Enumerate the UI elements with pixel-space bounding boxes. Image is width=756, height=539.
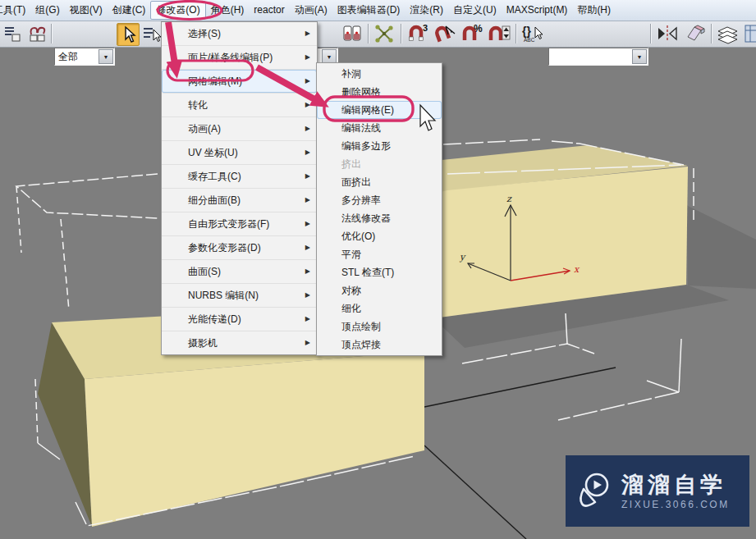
menu-item-label: 细分曲面(B) xyxy=(188,194,241,206)
svg-text:{}: {} xyxy=(522,25,531,38)
watermark-title: 溜溜自学 xyxy=(621,473,730,497)
menubar-item-10[interactable]: 渲染(R) xyxy=(405,1,448,20)
modifier-menu-item-14[interactable]: 摄影机▶ xyxy=(162,331,317,354)
menu-item-label: 平滑 xyxy=(341,249,361,260)
mesh-edit-item-5[interactable]: 编辑多边形 xyxy=(317,137,442,155)
modifier-menu-item-11[interactable]: 曲面(S)▶ xyxy=(162,260,317,284)
named-selection-combo[interactable]: ▼ xyxy=(548,48,648,66)
submenu-arrow-icon: ▶ xyxy=(305,165,310,188)
menubar-item-8[interactable]: 动画(A) xyxy=(290,1,332,20)
modifier-menu-item-2[interactable]: 面片/样条线编辑(P)▶ xyxy=(162,46,317,70)
align-icon[interactable] xyxy=(683,23,708,44)
menu-item-label: 挤出 xyxy=(341,158,361,170)
modifier-menu-item-7[interactable]: 缓存工具(C)▶ xyxy=(162,165,317,189)
menubar-item-1[interactable]: 工具(T) xyxy=(0,1,30,20)
submenu-arrow-icon: ▶ xyxy=(305,331,310,354)
submenu-arrow-icon: ▶ xyxy=(305,308,310,331)
mesh-edit-item-8[interactable]: 多分辨率 xyxy=(317,191,442,209)
spinner-snap-icon[interactable] xyxy=(487,23,511,44)
mirror-icon[interactable] xyxy=(655,23,680,44)
layer-manager-icon[interactable] xyxy=(716,23,740,44)
menu-item-label: 曲面(S) xyxy=(188,266,221,277)
menu-item-label: 面片/样条线编辑(P) xyxy=(188,52,273,63)
menubar-item-5[interactable]: 修改器(O) xyxy=(150,1,205,20)
modifier-menu-item-1[interactable]: 选择(S)▶ xyxy=(162,22,317,46)
unlink-selection-icon[interactable] xyxy=(26,23,48,44)
modifier-menu-item-9[interactable]: 自由形式变形器(F)▶ xyxy=(162,212,317,236)
modifier-menu-item-5[interactable]: 动画(A)▶ xyxy=(162,117,317,141)
modifier-menu-item-4[interactable]: 转化▶ xyxy=(162,94,317,117)
submenu-arrow-icon: ▶ xyxy=(305,189,310,212)
svg-text:%: % xyxy=(474,23,483,34)
menubar-item-4[interactable]: 创建(C) xyxy=(108,1,151,20)
mesh-edit-item-7[interactable]: 面挤出 xyxy=(317,173,442,191)
selection-filter-dropdown-arrow[interactable]: ▼ xyxy=(99,49,113,64)
mesh-edit-item-3[interactable]: 编辑网格(E) xyxy=(317,101,442,119)
select-object-button[interactable] xyxy=(117,23,140,46)
curve-editor-icon[interactable] xyxy=(744,23,756,44)
menu-item-label: 面挤出 xyxy=(341,176,371,188)
watermark-logo-icon xyxy=(575,471,613,512)
menubar-item-6[interactable]: 角色(H) xyxy=(206,1,250,20)
submenu-arrow-icon: ▶ xyxy=(305,117,310,140)
mesh-edit-item-6: 挤出 xyxy=(317,155,442,173)
menubar-item-3[interactable]: 视图(V) xyxy=(65,1,108,20)
named-selection-sets-icon[interactable]: {}ABC xyxy=(520,23,545,44)
menu-item-label: 多分辨率 xyxy=(341,194,381,206)
mesh-edit-item-4[interactable]: 编辑法线 xyxy=(317,119,442,137)
mesh-edit-item-11[interactable]: 平滑 xyxy=(317,245,442,263)
submenu-arrow-icon: ▶ xyxy=(305,236,310,259)
menu-item-label: 对称 xyxy=(341,285,361,296)
menu-item-label: 编辑网格(E) xyxy=(341,104,394,116)
selection-filter-value: 全部 xyxy=(58,50,78,64)
mesh-edit-item-15[interactable]: 顶点绘制 xyxy=(317,317,442,336)
watermark: 溜溜自学 zixue.3066.com xyxy=(566,455,749,527)
modifier-menu-item-6[interactable]: UV 坐标(U)▶ xyxy=(162,141,317,165)
menubar-item-9[interactable]: 图表编辑器(D) xyxy=(332,1,405,20)
select-and-manipulate-icon[interactable] xyxy=(373,23,396,44)
modifier-menu-item-8[interactable]: 细分曲面(B)▶ xyxy=(162,189,317,212)
selection-filter-combo[interactable]: 全部 ▼ xyxy=(54,48,115,66)
menu-item-label: UV 坐标(U) xyxy=(188,147,238,158)
menu-item-label: 光能传递(D) xyxy=(188,313,241,325)
mesh-edit-item-12[interactable]: STL 检查(T) xyxy=(317,263,442,281)
mesh-edit-item-14[interactable]: 细化 xyxy=(317,299,442,317)
menu-item-label: 补洞 xyxy=(341,68,361,80)
named-selection-dropdown-arrow[interactable]: ▼ xyxy=(632,49,647,64)
menu-item-label: 编辑法线 xyxy=(341,122,381,134)
menu-bar: 工具(T)组(G)视图(V)创建(C)修改器(O)角色(H)reactor动画(… xyxy=(0,0,756,21)
mesh-edit-item-1[interactable]: 补洞 xyxy=(317,65,442,83)
menubar-item-11[interactable]: 自定义(U) xyxy=(448,1,502,20)
mesh-edit-item-9[interactable]: 法线修改器 xyxy=(317,209,442,227)
mesh-edit-item-13[interactable]: 对称 xyxy=(317,281,442,299)
modifier-menu-item-13[interactable]: 光能传递(D)▶ xyxy=(162,308,317,331)
modifier-menu-item-12[interactable]: NURBS 编辑(N)▶ xyxy=(162,284,317,308)
menu-item-label: 法线修改器 xyxy=(341,212,391,224)
menu-item-label: 顶点焊接 xyxy=(341,339,381,350)
modifier-menu-item-10[interactable]: 参数化变形器(D)▶ xyxy=(162,236,317,260)
mesh-edit-item-10[interactable]: 优化(O) xyxy=(317,227,442,245)
menu-item-label: 自由形式变形器(F) xyxy=(188,218,269,230)
select-by-name-icon[interactable] xyxy=(141,23,163,44)
menu-item-label: 参数化变形器(D) xyxy=(188,242,261,254)
watermark-url: zixue.3066.com xyxy=(621,499,730,510)
submenu-arrow-icon: ▶ xyxy=(305,94,310,116)
svg-text:3: 3 xyxy=(423,23,428,33)
select-and-link-icon[interactable] xyxy=(2,23,23,44)
menubar-item-2[interactable]: 组(G) xyxy=(30,1,64,20)
snap-toggle-3d-icon[interactable]: 3 xyxy=(405,23,430,44)
application-window: z y x 溜溜自学 zixue.3066.com 工具(T)组(G)视图(V)… xyxy=(0,0,756,539)
menubar-item-13[interactable]: 帮助(H) xyxy=(572,1,616,20)
menu-item-label: 删除网格 xyxy=(341,86,381,98)
menu-item-label: 转化 xyxy=(188,99,208,111)
angle-snap-icon[interactable] xyxy=(433,23,457,44)
use-pivot-center-icon[interactable] xyxy=(341,23,363,44)
menubar-item-7[interactable]: reactor xyxy=(249,1,289,20)
mesh-edit-item-16[interactable]: 顶点焊接 xyxy=(317,336,442,354)
mesh-edit-item-2[interactable]: 删除网格 xyxy=(317,83,442,101)
modifier-menu-item-3[interactable]: 网格编辑(M)▶ xyxy=(162,70,317,94)
menu-item-label: 缓存工具(C) xyxy=(188,171,241,182)
menubar-item-12[interactable]: MAXScript(M) xyxy=(502,1,573,20)
percent-snap-icon[interactable]: % xyxy=(460,23,484,44)
main-toolbar: 全部 ▼ ▼ 3 % xyxy=(0,21,756,48)
